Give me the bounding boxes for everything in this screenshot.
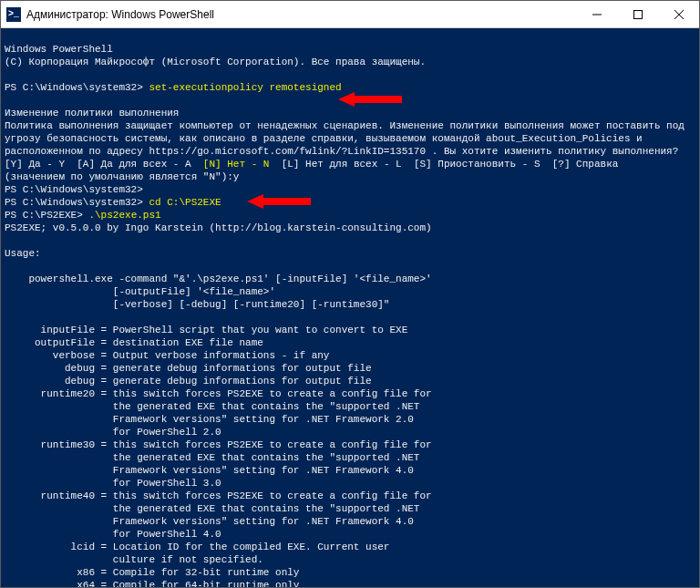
output-line: runtime40 = this switch forces PS2EXE to… (5, 490, 432, 501)
command: cd C:\PS2EXE (149, 197, 221, 208)
output-line: x86 = Compile for 32-bit runtime only (5, 567, 299, 578)
minimize-button[interactable] (576, 1, 617, 27)
output-line: [-verbose] [-debug] [-runtime20] [-runti… (5, 299, 389, 310)
annotation-arrow-1 (338, 65, 402, 134)
output-line: powershell.exe -command "&'.\ps2exe.ps1'… (5, 273, 432, 284)
output-line: the generated EXE that contains the "sup… (5, 401, 419, 412)
output-line: Framework versions" setting for .NET Fra… (5, 414, 414, 425)
svg-marker-4 (338, 92, 402, 107)
command: set-executionpolicy remotesigned (149, 82, 341, 93)
output-line: Framework versions" setting for .NET Fra… (5, 465, 414, 476)
output-line: for PowerShell 4.0 (5, 529, 221, 540)
output-line: Windows PowerShell (5, 44, 113, 55)
output-line: runtime30 = this switch forces PS2EXE to… (5, 439, 432, 450)
prompt: PS C:\Windows\system32> (5, 197, 149, 208)
output-line: debug = generate debug informations for … (5, 376, 372, 387)
annotation-arrow-2 (247, 167, 311, 236)
output-line: PS2EXE; v0.5.0.0 by Ingo Karstein (http:… (5, 222, 432, 233)
svg-rect-1 (633, 10, 642, 18)
output-line: verbose = Output verbose informations - … (5, 350, 329, 361)
output-line: inputFile = PowerShell script that you w… (5, 325, 407, 335)
output-line: the generated EXE that contains the "sup… (5, 503, 419, 514)
output-line: угрозу безопасность системы, как описано… (5, 133, 643, 144)
command: .\ps2exe.ps1 (88, 210, 160, 221)
output-line: Usage: (5, 248, 41, 259)
close-button[interactable] (658, 1, 699, 27)
prompt: PS C:\PS2EXE> (5, 210, 88, 221)
output-line: [-outputFile] '<file_name>' (5, 286, 275, 297)
output-line: [L] Нет для всех - L [S] Приостановить -… (269, 159, 618, 170)
output-line: debug = generate debug informations for … (5, 363, 372, 374)
output-line: outputFile = destination EXE file name (5, 337, 263, 348)
prompt: PS C:\Windows\system32> (5, 184, 143, 195)
prompt: PS C:\Windows\system32> (5, 82, 149, 93)
output-line: for PowerShell 3.0 (5, 478, 221, 489)
terminal-area[interactable]: Windows PowerShell (C) Корпорация Майкро… (1, 28, 699, 587)
output-line: Framework versions" setting for .NET Fra… (5, 516, 414, 527)
svg-marker-5 (247, 194, 311, 209)
output-line: culture if not specified. (5, 554, 263, 565)
output-line: Изменение политики выполнения (5, 108, 179, 119)
output-line: x64 = Compile for 64-bit runtime only (5, 580, 299, 587)
output-line: for PowerShell 2.0 (5, 427, 221, 438)
window-title: Администратор: Windows PowerShell (26, 8, 576, 21)
output-line: расположенном по адресу https://go.micro… (5, 146, 678, 157)
output-line: the generated EXE that contains the "sup… (5, 452, 419, 463)
output-line: [Y] Да - Y [A] Да для всех - A (5, 159, 203, 170)
output-line: runtime20 = this switch forces PS2EXE to… (5, 388, 432, 399)
maximize-button[interactable] (617, 1, 658, 27)
title-bar[interactable]: >_ Администратор: Windows PowerShell (1, 1, 699, 28)
output-line: (значением по умолчанию является "N"):y (5, 171, 239, 182)
output-line: lcid = Location ID for the compiled EXE.… (5, 542, 389, 552)
powershell-window: >_ Администратор: Windows PowerShell Win… (0, 0, 700, 588)
powershell-icon: >_ (6, 7, 21, 22)
